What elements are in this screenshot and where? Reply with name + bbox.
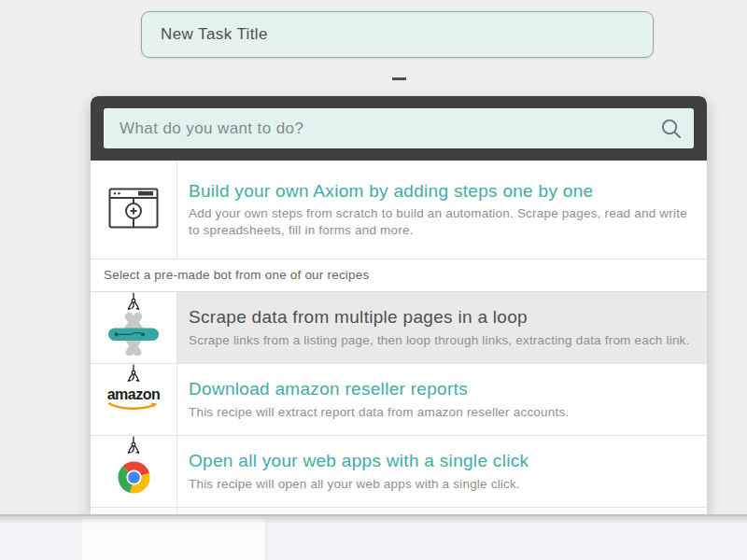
options-list: Build your own Axiom by adding steps one… — [91, 161, 707, 515]
item-description: This recipe will open all your web apps … — [189, 476, 692, 493]
claw-icon — [124, 364, 143, 386]
item-content: Download amazon reseller reports This re… — [176, 364, 707, 435]
item-content: Build your own Axiom by adding steps one… — [176, 161, 707, 259]
command-palette: Build your own Axiom by adding steps one… — [91, 96, 707, 515]
list-item-build-own-axiom[interactable]: Build your own Axiom by adding steps one… — [91, 161, 707, 259]
icon-cell — [91, 436, 176, 507]
item-title: Download amazon reseller reports — [189, 378, 692, 399]
item-title: Open all your web apps with a single cli… — [189, 450, 692, 471]
window-drop-shadow — [0, 516, 747, 524]
recipes-section-label: Select a pre-made bot from one of our re… — [91, 259, 707, 292]
list-item-amazon-reports[interactable]: amazon Download amazon reseller reports … — [91, 364, 707, 436]
item-content: Open all your web apps with a single cli… — [176, 436, 707, 507]
icon-cell — [91, 161, 176, 259]
collapse-handle[interactable] — [392, 77, 406, 80]
browser-plus-icon — [108, 188, 159, 232]
search-box — [104, 108, 694, 148]
item-content: Scrape data from multiple pages in a loo… — [176, 292, 707, 363]
search-bar — [91, 96, 707, 161]
background-window-fragment — [82, 519, 265, 560]
window-bottom-edge — [0, 514, 747, 516]
icon-cell — [91, 292, 176, 363]
amazon-smile-arrow — [106, 402, 161, 412]
amazon-logo: amazon — [106, 387, 161, 412]
claw-icon — [124, 292, 143, 315]
item-title: Scrape data from multiple pages in a loo… — [189, 306, 692, 328]
amazon-logo-text: amazon — [107, 387, 161, 402]
claw-icon — [124, 436, 143, 458]
item-description: Add your own steps from scratch to build… — [189, 205, 692, 239]
item-description: Scrape links from a listing page, then l… — [189, 332, 692, 349]
item-title: Build your own Axiom by adding steps one… — [189, 180, 692, 202]
item-description: This recipe will extract report data fro… — [189, 404, 692, 421]
chrome-logo — [117, 460, 151, 498]
task-title-input[interactable] — [141, 11, 654, 58]
desktop-area — [0, 516, 747, 560]
swiss-army-knife-icon — [107, 313, 160, 359]
list-item-open-web-apps[interactable]: Open all your web apps with a single cli… — [91, 436, 707, 508]
list-item-scrape-loop[interactable]: Scrape data from multiple pages in a loo… — [91, 292, 707, 364]
icon-cell: amazon — [91, 364, 176, 435]
search-input[interactable] — [104, 108, 659, 148]
search-icon[interactable] — [659, 117, 683, 140]
